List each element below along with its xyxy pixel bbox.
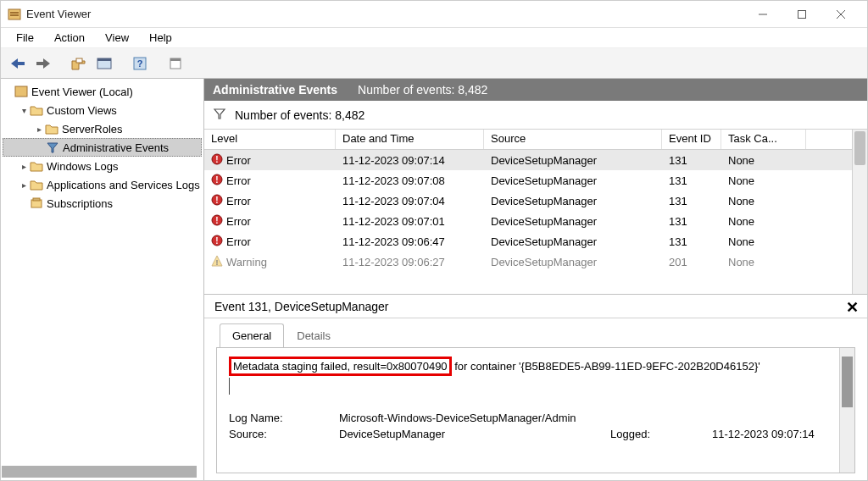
svg-text:!: !: [215, 216, 218, 225]
logged-label: Logged:: [610, 428, 712, 440]
grid-scrollbar[interactable]: [852, 130, 867, 294]
tree-app-services-logs-label: Applications and Services Logs: [47, 179, 200, 191]
details-close-button[interactable]: ✕: [846, 298, 859, 317]
log-name-value: Microsoft-Windows-DeviceSetupManager/Adm…: [339, 412, 839, 424]
minimize-button[interactable]: [743, 1, 782, 28]
svg-rect-17: [15, 86, 27, 97]
svg-rect-2: [10, 14, 19, 16]
table-row[interactable]: !Error 11-12-2023 09:07:14 DeviceSetupMa…: [204, 150, 852, 170]
app-icon: [8, 8, 21, 21]
expand-icon[interactable]: ▸: [33, 124, 45, 134]
tree-subscriptions-label: Subscriptions: [47, 197, 113, 210]
event-viewer-icon: [14, 85, 28, 98]
tree-root[interactable]: Event Viewer (Local): [3, 82, 202, 101]
table-row[interactable]: !Error 11-12-2023 09:07:01 DeviceSetupMa…: [204, 211, 852, 231]
statusbar: [2, 466, 197, 478]
expand-icon[interactable]: ▸: [18, 162, 30, 171]
main-area: Event Viewer (Local) ▾ Custom Views ▸ Se…: [1, 79, 867, 480]
back-button[interactable]: [6, 52, 30, 75]
content-header: Administrative Events Number of events: …: [204, 79, 867, 101]
table-row[interactable]: !Error 11-12-2023 09:07:04 DeviceSetupMa…: [204, 191, 852, 211]
tree-custom-views-label: Custom Views: [47, 104, 117, 117]
tree-admin-events[interactable]: Administrative Events: [3, 138, 202, 157]
svg-rect-1: [10, 12, 19, 14]
error-icon: !: [211, 235, 223, 249]
svg-rect-16: [170, 58, 181, 61]
svg-rect-12: [97, 58, 111, 61]
col-date[interactable]: Date and Time: [336, 130, 484, 149]
menu-help[interactable]: Help: [141, 30, 181, 46]
tab-general[interactable]: General: [220, 323, 284, 347]
svg-text:!: !: [215, 196, 218, 205]
menu-view[interactable]: View: [97, 30, 137, 46]
svg-rect-24: [33, 198, 40, 201]
menubar: File Action View Help: [1, 28, 867, 48]
details-head: Event 131, DeviceSetupManager ✕: [204, 295, 867, 318]
event-grid: Level Date and Time Source Event ID Task…: [204, 130, 852, 294]
tree-root-label: Event Viewer (Local): [31, 86, 133, 98]
event-grid-wrap: Level Date and Time Source Event ID Task…: [204, 130, 867, 294]
properties-button[interactable]: [92, 52, 116, 75]
maximize-button[interactable]: [782, 1, 821, 28]
toolbar: ?: [1, 48, 867, 79]
content-header-count: Number of events: 8,482: [358, 83, 487, 97]
filter-bar: Number of events: 8,482: [204, 101, 867, 130]
expand-icon[interactable]: ▸: [18, 180, 30, 190]
titlebar: Event Viewer: [1, 1, 867, 28]
subscriptions-icon: [30, 196, 43, 210]
col-eventid[interactable]: Event ID: [662, 130, 721, 149]
details-tabs: General Details: [204, 318, 867, 347]
svg-text:!: !: [215, 175, 218, 185]
tree-app-services-logs[interactable]: ▸ Applications and Services Logs: [3, 175, 202, 194]
tree-custom-views[interactable]: ▾ Custom Views: [3, 101, 202, 119]
filter-icon[interactable]: [213, 107, 226, 123]
tree-windows-logs-label: Windows Logs: [47, 160, 119, 173]
tree-server-roles-label: ServerRoles: [62, 123, 123, 135]
scroll-thumb[interactable]: [842, 357, 853, 407]
help-button[interactable]: ?: [128, 52, 152, 75]
error-icon: !: [211, 214, 223, 229]
col-source[interactable]: Source: [484, 130, 662, 149]
error-icon: !: [211, 174, 223, 188]
svg-text:?: ?: [137, 58, 143, 69]
table-row[interactable]: !Error 11-12-2023 09:07:08 DeviceSetupMa…: [204, 170, 852, 191]
log-name-label: Log Name:: [229, 412, 339, 424]
error-icon: !: [211, 153, 223, 168]
tree-server-roles[interactable]: ▸ ServerRoles: [3, 119, 202, 138]
table-row[interactable]: !Error 11-12-2023 09:06:47 DeviceSetupMa…: [204, 231, 852, 252]
grid-body: !Error 11-12-2023 09:07:14 DeviceSetupMa…: [204, 150, 852, 272]
tree-subscriptions[interactable]: Subscriptions: [3, 194, 202, 213]
details-title: Event 131, DeviceSetupManager: [214, 300, 388, 313]
content-header-title: Administrative Events: [213, 83, 337, 97]
svg-text:!: !: [216, 258, 219, 267]
folder-icon: [45, 122, 58, 135]
source-label: Source:: [229, 428, 339, 440]
details-scrollbar[interactable]: [839, 348, 854, 473]
col-level[interactable]: Level: [204, 130, 336, 149]
event-message-highlight: Metadata staging failed, result=0x800704…: [229, 357, 452, 376]
table-row[interactable]: !Warning 11-12-2023 09:06:27 DeviceSetup…: [204, 252, 852, 272]
tab-details[interactable]: Details: [284, 323, 343, 347]
svg-text:!: !: [215, 236, 218, 246]
export-button[interactable]: [164, 52, 187, 75]
menu-action[interactable]: Action: [46, 30, 93, 46]
logged-value: 11-12-2023 09:07:14: [712, 428, 839, 440]
tree-windows-logs[interactable]: ▸ Windows Logs: [3, 157, 202, 175]
forward-button[interactable]: [31, 52, 55, 75]
svg-rect-10: [76, 58, 82, 63]
scroll-thumb[interactable]: [854, 131, 865, 165]
tab-content: Metadata staging failed, result=0x800704…: [216, 347, 855, 473]
svg-marker-21: [31, 163, 42, 171]
grid-header: Level Date and Time Source Event ID Task…: [204, 130, 852, 150]
menu-file[interactable]: File: [8, 30, 42, 46]
close-button[interactable]: [821, 1, 860, 28]
source-value: DeviceSetupManager: [339, 428, 610, 440]
col-task[interactable]: Task Ca...: [721, 130, 806, 149]
collapse-icon[interactable]: ▾: [18, 106, 30, 115]
show-hide-tree-button[interactable]: [67, 52, 91, 75]
filter-icon: [46, 141, 59, 154]
svg-marker-18: [31, 107, 42, 115]
folder-icon: [30, 178, 43, 191]
folder-icon: [30, 159, 43, 173]
error-icon: !: [211, 194, 223, 208]
